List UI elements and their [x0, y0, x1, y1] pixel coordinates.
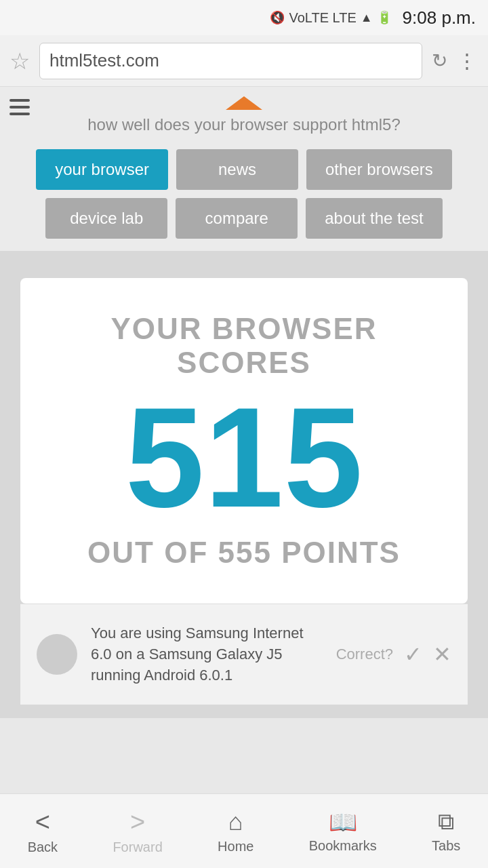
battery-icon: 🔋 — [377, 10, 392, 25]
nav-buttons: your browser news other browsers device … — [0, 149, 488, 239]
nav-btn-device-lab[interactable]: device lab — [45, 198, 167, 239]
home-icon: ⌂ — [228, 808, 243, 836]
forward-icon: > — [130, 808, 145, 837]
browser-bar: ☆ html5test.com ↻ ⋮ — [0, 35, 488, 87]
home-nav-item[interactable]: ⌂ Home — [218, 808, 253, 854]
device-avatar — [37, 634, 77, 675]
score-bottom-label: OUT OF 555 POINTS — [41, 536, 447, 570]
tabs-nav-item[interactable]: ⧉ Tabs — [432, 808, 460, 854]
correct-label: Correct? — [336, 646, 393, 663]
score-card: YOUR BROWSER SCORES 515 OUT OF 555 POINT… — [20, 278, 468, 604]
status-bar: 🔇 VoLTE LTE ▲ 🔋 9:08 p.m. — [0, 0, 488, 35]
forward-label: Forward — [113, 840, 162, 855]
nav-btn-compare[interactable]: compare — [176, 198, 298, 239]
back-nav-item[interactable]: < Back — [28, 808, 58, 855]
bookmarks-icon: 📖 — [329, 808, 357, 835]
nav-btn-news[interactable]: news — [176, 149, 298, 190]
nav-area: how well does your browser support html5… — [0, 87, 488, 251]
bookmarks-label: Bookmarks — [309, 838, 377, 854]
signal-icon: VoLTE LTE — [289, 10, 356, 26]
correct-close-icon[interactable]: ✕ — [433, 642, 451, 667]
score-top-label: YOUR BROWSER SCORES — [41, 312, 447, 380]
logo-area — [0, 96, 488, 113]
hamburger-menu[interactable] — [9, 99, 30, 115]
tabs-label: Tabs — [432, 838, 460, 854]
device-info-bar: You are using Samsung Internet 6.0 on a … — [20, 604, 468, 705]
nav-btn-other-browsers[interactable]: other browsers — [306, 149, 452, 190]
device-correct-area: Correct? ✓ ✕ — [336, 642, 451, 667]
nav-subtitle: how well does your browser support html5… — [0, 115, 488, 134]
bookmarks-nav-item[interactable]: 📖 Bookmarks — [309, 808, 377, 854]
logo-shape — [226, 96, 262, 110]
reload-icon[interactable]: ↻ — [432, 50, 447, 72]
tabs-icon: ⧉ — [438, 808, 454, 835]
content-area: YOUR BROWSER SCORES 515 OUT OF 555 POINT… — [0, 251, 488, 718]
correct-check-icon[interactable]: ✓ — [404, 642, 422, 667]
device-text: You are using Samsung Internet 6.0 on a … — [91, 623, 323, 686]
score-number: 515 — [41, 387, 447, 529]
mute-icon: 🔇 — [270, 10, 285, 25]
lte-icon: ▲ — [361, 11, 373, 25]
url-text: html5test.com — [49, 50, 159, 71]
menu-icon[interactable]: ⋮ — [457, 49, 479, 73]
nav-btn-about-test[interactable]: about the test — [306, 198, 442, 239]
forward-nav-item[interactable]: > Forward — [113, 808, 162, 855]
status-time: 9:08 p.m. — [403, 7, 476, 28]
back-icon: < — [35, 808, 50, 837]
bottom-nav: < Back > Forward ⌂ Home 📖 Bookmarks ⧉ Ta… — [0, 793, 488, 868]
status-icons: 🔇 VoLTE LTE ▲ 🔋 — [270, 10, 391, 26]
url-bar[interactable]: html5test.com — [39, 43, 422, 79]
back-label: Back — [28, 840, 58, 855]
home-label: Home — [218, 839, 253, 854]
bookmark-star-icon[interactable]: ☆ — [9, 47, 30, 75]
nav-btn-your-browser[interactable]: your browser — [36, 149, 168, 190]
